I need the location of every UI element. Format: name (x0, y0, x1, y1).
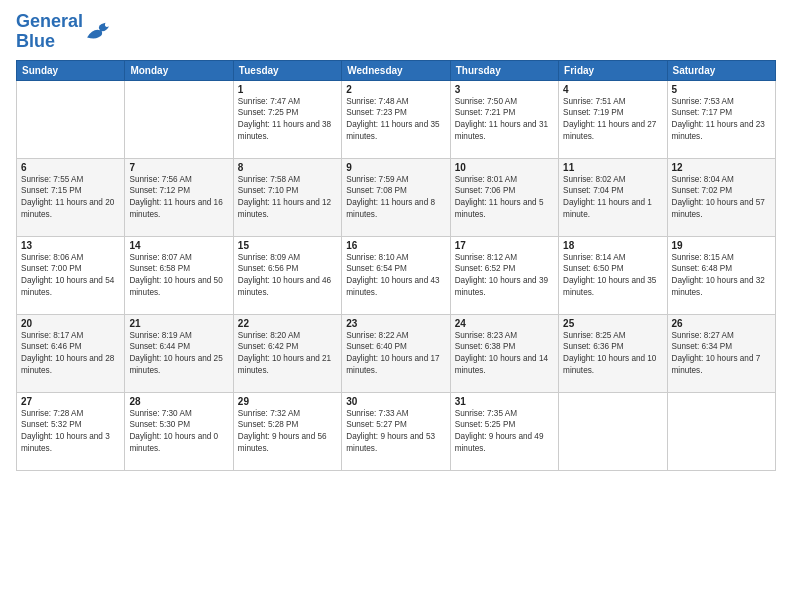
calendar-cell: 10Sunrise: 8:01 AM Sunset: 7:06 PM Dayli… (450, 158, 558, 236)
week-row-2: 6Sunrise: 7:55 AM Sunset: 7:15 PM Daylig… (17, 158, 776, 236)
day-info: Sunrise: 7:59 AM Sunset: 7:08 PM Dayligh… (346, 174, 445, 222)
day-info: Sunrise: 8:06 AM Sunset: 7:00 PM Dayligh… (21, 252, 120, 300)
weekday-friday: Friday (559, 60, 667, 80)
logo-general: General (16, 11, 83, 31)
week-row-5: 27Sunrise: 7:28 AM Sunset: 5:32 PM Dayli… (17, 392, 776, 470)
day-info: Sunrise: 8:10 AM Sunset: 6:54 PM Dayligh… (346, 252, 445, 300)
day-info: Sunrise: 7:47 AM Sunset: 7:25 PM Dayligh… (238, 96, 337, 144)
day-info: Sunrise: 7:53 AM Sunset: 7:17 PM Dayligh… (672, 96, 771, 144)
calendar-cell: 9Sunrise: 7:59 AM Sunset: 7:08 PM Daylig… (342, 158, 450, 236)
logo-blue: Blue (16, 32, 83, 52)
calendar-cell (17, 80, 125, 158)
day-info: Sunrise: 8:07 AM Sunset: 6:58 PM Dayligh… (129, 252, 228, 300)
day-number: 29 (238, 396, 337, 407)
calendar-cell: 21Sunrise: 8:19 AM Sunset: 6:44 PM Dayli… (125, 314, 233, 392)
day-number: 10 (455, 162, 554, 173)
calendar-cell: 12Sunrise: 8:04 AM Sunset: 7:02 PM Dayli… (667, 158, 775, 236)
calendar-cell: 3Sunrise: 7:50 AM Sunset: 7:21 PM Daylig… (450, 80, 558, 158)
day-number: 14 (129, 240, 228, 251)
day-info: Sunrise: 8:25 AM Sunset: 6:36 PM Dayligh… (563, 330, 662, 378)
calendar-cell: 16Sunrise: 8:10 AM Sunset: 6:54 PM Dayli… (342, 236, 450, 314)
day-number: 1 (238, 84, 337, 95)
day-info: Sunrise: 7:55 AM Sunset: 7:15 PM Dayligh… (21, 174, 120, 222)
day-number: 26 (672, 318, 771, 329)
day-number: 3 (455, 84, 554, 95)
day-info: Sunrise: 7:32 AM Sunset: 5:28 PM Dayligh… (238, 408, 337, 456)
week-row-4: 20Sunrise: 8:17 AM Sunset: 6:46 PM Dayli… (17, 314, 776, 392)
day-number: 13 (21, 240, 120, 251)
day-number: 12 (672, 162, 771, 173)
calendar-cell: 7Sunrise: 7:56 AM Sunset: 7:12 PM Daylig… (125, 158, 233, 236)
weekday-monday: Monday (125, 60, 233, 80)
day-info: Sunrise: 8:04 AM Sunset: 7:02 PM Dayligh… (672, 174, 771, 222)
day-number: 21 (129, 318, 228, 329)
day-info: Sunrise: 8:17 AM Sunset: 6:46 PM Dayligh… (21, 330, 120, 378)
weekday-sunday: Sunday (17, 60, 125, 80)
calendar-cell: 20Sunrise: 8:17 AM Sunset: 6:46 PM Dayli… (17, 314, 125, 392)
day-info: Sunrise: 8:12 AM Sunset: 6:52 PM Dayligh… (455, 252, 554, 300)
calendar-cell (125, 80, 233, 158)
day-info: Sunrise: 8:19 AM Sunset: 6:44 PM Dayligh… (129, 330, 228, 378)
day-number: 23 (346, 318, 445, 329)
calendar-cell: 22Sunrise: 8:20 AM Sunset: 6:42 PM Dayli… (233, 314, 341, 392)
logo-text: General (16, 12, 83, 32)
calendar-cell: 27Sunrise: 7:28 AM Sunset: 5:32 PM Dayli… (17, 392, 125, 470)
day-info: Sunrise: 8:09 AM Sunset: 6:56 PM Dayligh… (238, 252, 337, 300)
calendar-cell: 4Sunrise: 7:51 AM Sunset: 7:19 PM Daylig… (559, 80, 667, 158)
day-info: Sunrise: 8:01 AM Sunset: 7:06 PM Dayligh… (455, 174, 554, 222)
day-info: Sunrise: 7:28 AM Sunset: 5:32 PM Dayligh… (21, 408, 120, 456)
calendar-cell: 25Sunrise: 8:25 AM Sunset: 6:36 PM Dayli… (559, 314, 667, 392)
week-row-1: 1Sunrise: 7:47 AM Sunset: 7:25 PM Daylig… (17, 80, 776, 158)
day-info: Sunrise: 8:23 AM Sunset: 6:38 PM Dayligh… (455, 330, 554, 378)
day-number: 7 (129, 162, 228, 173)
calendar-cell: 15Sunrise: 8:09 AM Sunset: 6:56 PM Dayli… (233, 236, 341, 314)
day-number: 5 (672, 84, 771, 95)
calendar-cell: 26Sunrise: 8:27 AM Sunset: 6:34 PM Dayli… (667, 314, 775, 392)
day-number: 19 (672, 240, 771, 251)
day-number: 2 (346, 84, 445, 95)
day-number: 22 (238, 318, 337, 329)
header: General Blue (16, 12, 776, 52)
calendar-cell: 29Sunrise: 7:32 AM Sunset: 5:28 PM Dayli… (233, 392, 341, 470)
day-number: 17 (455, 240, 554, 251)
day-number: 31 (455, 396, 554, 407)
calendar-cell: 18Sunrise: 8:14 AM Sunset: 6:50 PM Dayli… (559, 236, 667, 314)
day-info: Sunrise: 8:14 AM Sunset: 6:50 PM Dayligh… (563, 252, 662, 300)
day-number: 25 (563, 318, 662, 329)
day-number: 4 (563, 84, 662, 95)
weekday-thursday: Thursday (450, 60, 558, 80)
day-number: 15 (238, 240, 337, 251)
day-info: Sunrise: 7:58 AM Sunset: 7:10 PM Dayligh… (238, 174, 337, 222)
day-info: Sunrise: 7:50 AM Sunset: 7:21 PM Dayligh… (455, 96, 554, 144)
day-info: Sunrise: 8:20 AM Sunset: 6:42 PM Dayligh… (238, 330, 337, 378)
day-number: 20 (21, 318, 120, 329)
weekday-wednesday: Wednesday (342, 60, 450, 80)
week-row-3: 13Sunrise: 8:06 AM Sunset: 7:00 PM Dayli… (17, 236, 776, 314)
day-info: Sunrise: 7:48 AM Sunset: 7:23 PM Dayligh… (346, 96, 445, 144)
day-info: Sunrise: 7:51 AM Sunset: 7:19 PM Dayligh… (563, 96, 662, 144)
day-number: 28 (129, 396, 228, 407)
day-info: Sunrise: 7:30 AM Sunset: 5:30 PM Dayligh… (129, 408, 228, 456)
day-info: Sunrise: 7:33 AM Sunset: 5:27 PM Dayligh… (346, 408, 445, 456)
day-number: 24 (455, 318, 554, 329)
logo: General Blue (16, 12, 113, 52)
calendar-cell: 23Sunrise: 8:22 AM Sunset: 6:40 PM Dayli… (342, 314, 450, 392)
day-number: 30 (346, 396, 445, 407)
page: General Blue SundayMondayTuesdayWednesda… (0, 0, 792, 612)
calendar-cell: 14Sunrise: 8:07 AM Sunset: 6:58 PM Dayli… (125, 236, 233, 314)
calendar-cell: 24Sunrise: 8:23 AM Sunset: 6:38 PM Dayli… (450, 314, 558, 392)
day-info: Sunrise: 8:15 AM Sunset: 6:48 PM Dayligh… (672, 252, 771, 300)
calendar-cell: 17Sunrise: 8:12 AM Sunset: 6:52 PM Dayli… (450, 236, 558, 314)
calendar-cell: 1Sunrise: 7:47 AM Sunset: 7:25 PM Daylig… (233, 80, 341, 158)
weekday-saturday: Saturday (667, 60, 775, 80)
calendar-cell: 31Sunrise: 7:35 AM Sunset: 5:25 PM Dayli… (450, 392, 558, 470)
calendar-cell: 8Sunrise: 7:58 AM Sunset: 7:10 PM Daylig… (233, 158, 341, 236)
day-number: 18 (563, 240, 662, 251)
day-number: 6 (21, 162, 120, 173)
calendar-cell: 28Sunrise: 7:30 AM Sunset: 5:30 PM Dayli… (125, 392, 233, 470)
calendar-cell: 11Sunrise: 8:02 AM Sunset: 7:04 PM Dayli… (559, 158, 667, 236)
calendar-cell: 19Sunrise: 8:15 AM Sunset: 6:48 PM Dayli… (667, 236, 775, 314)
day-info: Sunrise: 8:27 AM Sunset: 6:34 PM Dayligh… (672, 330, 771, 378)
day-number: 9 (346, 162, 445, 173)
calendar-cell: 5Sunrise: 7:53 AM Sunset: 7:17 PM Daylig… (667, 80, 775, 158)
